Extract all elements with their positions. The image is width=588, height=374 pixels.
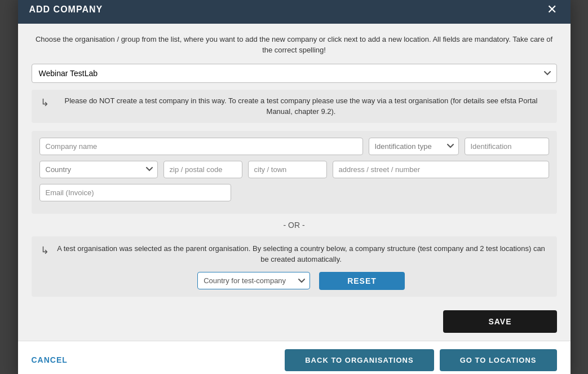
warning-text: Please do NOT create a test company in t… bbox=[55, 95, 548, 117]
modal-footer: CANCEL BACK TO ORGANISATIONS GO TO LOCAT… bbox=[18, 341, 571, 375]
modal-body: Choose the organisation / group from the… bbox=[18, 24, 571, 341]
test-org-text: A test organisation was selected as the … bbox=[55, 243, 548, 265]
back-to-organisations-button[interactable]: BACK TO ORGANISATIONS bbox=[285, 349, 434, 371]
test-org-arrow-icon: ↳ bbox=[41, 244, 49, 257]
id-type-select[interactable]: Identification type bbox=[369, 138, 459, 155]
organisation-select[interactable]: Webinar TestLab bbox=[32, 64, 557, 83]
modal-overlay: ADD COMPANY ✕ Choose the organisation / … bbox=[0, 0, 588, 374]
save-row: SAVE bbox=[32, 305, 557, 341]
identification-input[interactable] bbox=[465, 138, 549, 155]
country-select[interactable]: Country bbox=[39, 161, 158, 178]
address-input[interactable] bbox=[333, 161, 549, 178]
form-row-3 bbox=[39, 184, 549, 201]
instruction-text: Choose the organisation / group from the… bbox=[32, 34, 557, 56]
company-name-input[interactable] bbox=[39, 138, 363, 155]
modal-container: ADD COMPANY ✕ Choose the organisation / … bbox=[18, 0, 571, 374]
close-button[interactable]: ✕ bbox=[545, 3, 559, 16]
cancel-button[interactable]: CANCEL bbox=[32, 355, 68, 364]
arrow-icon: ↳ bbox=[41, 96, 49, 109]
test-org-content: A test organisation was selected as the … bbox=[55, 243, 548, 290]
save-button[interactable]: SAVE bbox=[443, 310, 556, 333]
form-row-1: Identification type bbox=[39, 138, 549, 155]
footer-right: BACK TO ORGANISATIONS GO TO LOCATIONS bbox=[285, 349, 556, 371]
warning-box: ↳ Please do NOT create a test company in… bbox=[32, 90, 557, 123]
modal-header: ADD COMPANY ✕ bbox=[18, 0, 571, 24]
form-section: Identification type Country bbox=[32, 131, 557, 214]
form-row-2: Country bbox=[39, 161, 549, 178]
email-input[interactable] bbox=[39, 184, 231, 201]
org-select-row: Webinar TestLab bbox=[32, 64, 557, 83]
city-input[interactable] bbox=[248, 161, 327, 178]
go-to-locations-button[interactable]: GO TO LOCATIONS bbox=[440, 349, 557, 371]
test-org-box: ↳ A test organisation was selected as th… bbox=[32, 236, 557, 297]
or-divider: - OR - bbox=[32, 221, 557, 230]
zip-input[interactable] bbox=[163, 161, 242, 178]
modal-title: ADD COMPANY bbox=[29, 5, 103, 15]
country-test-select[interactable]: Country for test-company bbox=[197, 272, 310, 289]
reset-button[interactable]: RESET bbox=[319, 272, 405, 290]
test-org-controls: Country for test-company RESET bbox=[55, 272, 548, 290]
